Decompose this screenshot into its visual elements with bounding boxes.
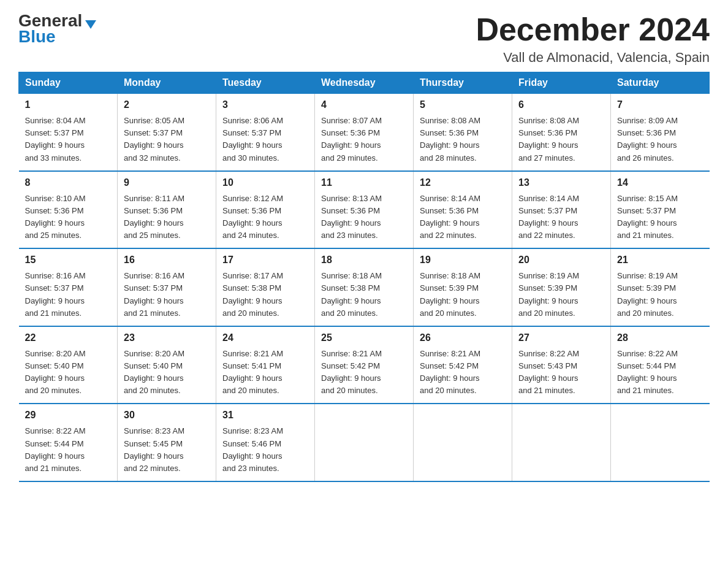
day-number: 4 [321,98,407,112]
day-cell: 17 Sunrise: 8:17 AMSunset: 5:38 PMDaylig… [216,248,315,326]
header-cell-friday: Friday [512,72,611,94]
page-header: General Blue December 2024 Vall de Almon… [18,12,710,66]
day-info: Sunrise: 8:20 AMSunset: 5:40 PMDaylight:… [124,348,210,397]
day-cell: 4 Sunrise: 8:07 AMSunset: 5:36 PMDayligh… [315,94,414,171]
day-cell: 19 Sunrise: 8:18 AMSunset: 5:39 PMDaylig… [414,248,512,326]
day-info: Sunrise: 8:22 AMSunset: 5:44 PMDaylight:… [617,348,703,397]
day-cell: 18 Sunrise: 8:18 AMSunset: 5:38 PMDaylig… [315,248,414,326]
day-cell [611,404,710,481]
day-info: Sunrise: 8:17 AMSunset: 5:38 PMDaylight:… [222,270,308,320]
day-number: 24 [222,331,308,345]
day-info: Sunrise: 8:10 AMSunset: 5:36 PMDaylight:… [25,193,112,242]
day-number: 7 [617,98,703,112]
day-number: 25 [321,331,407,345]
day-info: Sunrise: 8:05 AMSunset: 5:37 PMDaylight:… [124,115,210,164]
day-cell: 31 Sunrise: 8:23 AMSunset: 5:46 PMDaylig… [216,404,315,481]
day-number: 29 [25,408,112,423]
day-cell: 6 Sunrise: 8:08 AMSunset: 5:36 PMDayligh… [512,94,611,171]
day-number: 19 [420,253,506,267]
day-cell [414,404,512,481]
header-cell-thursday: Thursday [414,72,512,94]
day-number: 18 [321,253,407,267]
day-cell: 12 Sunrise: 8:14 AMSunset: 5:36 PMDaylig… [414,171,512,249]
day-cell: 28 Sunrise: 8:22 AMSunset: 5:44 PMDaylig… [611,326,710,404]
logo-blue: Blue [18,28,56,45]
day-cell: 29 Sunrise: 8:22 AMSunset: 5:44 PMDaylig… [19,404,118,481]
day-number: 31 [222,408,308,423]
day-cell: 9 Sunrise: 8:11 AMSunset: 5:36 PMDayligh… [118,171,216,249]
day-number: 17 [222,253,308,267]
day-cell: 1 Sunrise: 8:04 AMSunset: 5:37 PMDayligh… [19,94,118,171]
day-number: 23 [124,331,210,345]
header-row: SundayMondayTuesdayWednesdayThursdayFrid… [19,72,710,94]
day-number: 1 [25,98,112,112]
day-info: Sunrise: 8:21 AMSunset: 5:41 PMDaylight:… [222,348,308,397]
day-info: Sunrise: 8:08 AMSunset: 5:36 PMDaylight:… [420,115,506,164]
main-title: December 2024 [476,12,710,47]
day-cell: 14 Sunrise: 8:15 AMSunset: 5:37 PMDaylig… [611,171,710,249]
header-cell-saturday: Saturday [611,72,710,94]
day-number: 12 [420,175,506,190]
day-cell: 11 Sunrise: 8:13 AMSunset: 5:36 PMDaylig… [315,171,414,249]
day-cell: 3 Sunrise: 8:06 AMSunset: 5:37 PMDayligh… [216,94,315,171]
calendar-table: SundayMondayTuesdayWednesdayThursdayFrid… [18,72,710,482]
day-cell: 15 Sunrise: 8:16 AMSunset: 5:37 PMDaylig… [19,248,118,326]
day-info: Sunrise: 8:09 AMSunset: 5:36 PMDaylight:… [617,115,703,164]
day-number: 13 [518,175,604,190]
day-cell [315,404,414,481]
day-number: 26 [420,331,506,345]
week-row-5: 29 Sunrise: 8:22 AMSunset: 5:44 PMDaylig… [19,404,710,481]
day-info: Sunrise: 8:04 AMSunset: 5:37 PMDaylight:… [25,115,112,164]
day-info: Sunrise: 8:12 AMSunset: 5:36 PMDaylight:… [222,193,308,242]
day-info: Sunrise: 8:19 AMSunset: 5:39 PMDaylight:… [617,270,703,320]
day-number: 30 [124,408,210,423]
day-number: 11 [321,175,407,190]
day-number: 21 [617,253,703,267]
week-row-4: 22 Sunrise: 8:20 AMSunset: 5:40 PMDaylig… [19,326,710,404]
day-cell: 27 Sunrise: 8:22 AMSunset: 5:43 PMDaylig… [512,326,611,404]
day-info: Sunrise: 8:23 AMSunset: 5:45 PMDaylight:… [124,425,210,475]
day-info: Sunrise: 8:06 AMSunset: 5:37 PMDaylight:… [222,115,308,164]
title-section: December 2024 Vall de Almonacid, Valenci… [476,12,710,66]
day-number: 2 [124,98,210,112]
header-cell-monday: Monday [118,72,216,94]
day-cell: 26 Sunrise: 8:21 AMSunset: 5:42 PMDaylig… [414,326,512,404]
calendar-body: 1 Sunrise: 8:04 AMSunset: 5:37 PMDayligh… [19,94,710,481]
day-info: Sunrise: 8:22 AMSunset: 5:44 PMDaylight:… [25,425,112,475]
day-cell: 8 Sunrise: 8:10 AMSunset: 5:36 PMDayligh… [19,171,118,249]
day-number: 27 [518,331,604,345]
day-info: Sunrise: 8:14 AMSunset: 5:36 PMDaylight:… [420,193,506,242]
day-info: Sunrise: 8:15 AMSunset: 5:37 PMDaylight:… [617,193,703,242]
day-cell [512,404,611,481]
day-number: 3 [222,98,308,112]
day-info: Sunrise: 8:13 AMSunset: 5:36 PMDaylight:… [321,193,407,242]
day-number: 14 [617,175,703,190]
day-info: Sunrise: 8:19 AMSunset: 5:39 PMDaylight:… [518,270,604,320]
day-cell: 20 Sunrise: 8:19 AMSunset: 5:39 PMDaylig… [512,248,611,326]
day-number: 10 [222,175,308,190]
day-info: Sunrise: 8:22 AMSunset: 5:43 PMDaylight:… [518,348,604,397]
day-cell: 22 Sunrise: 8:20 AMSunset: 5:40 PMDaylig… [19,326,118,404]
day-number: 20 [518,253,604,267]
day-number: 6 [518,98,604,112]
day-cell: 10 Sunrise: 8:12 AMSunset: 5:36 PMDaylig… [216,171,315,249]
day-info: Sunrise: 8:18 AMSunset: 5:38 PMDaylight:… [321,270,407,320]
day-cell: 16 Sunrise: 8:16 AMSunset: 5:37 PMDaylig… [118,248,216,326]
logo-triangle-icon [85,20,96,29]
day-info: Sunrise: 8:16 AMSunset: 5:37 PMDaylight:… [124,270,210,320]
day-number: 28 [617,331,703,345]
day-cell: 2 Sunrise: 8:05 AMSunset: 5:37 PMDayligh… [118,94,216,171]
day-info: Sunrise: 8:21 AMSunset: 5:42 PMDaylight:… [321,348,407,397]
week-row-1: 1 Sunrise: 8:04 AMSunset: 5:37 PMDayligh… [19,94,710,171]
day-cell: 13 Sunrise: 8:14 AMSunset: 5:37 PMDaylig… [512,171,611,249]
day-info: Sunrise: 8:07 AMSunset: 5:36 PMDaylight:… [321,115,407,164]
header-cell-tuesday: Tuesday [216,72,315,94]
day-number: 9 [124,175,210,190]
subtitle: Vall de Almonacid, Valencia, Spain [476,50,710,66]
day-info: Sunrise: 8:08 AMSunset: 5:36 PMDaylight:… [518,115,604,164]
day-info: Sunrise: 8:21 AMSunset: 5:42 PMDaylight:… [420,348,506,397]
day-info: Sunrise: 8:20 AMSunset: 5:40 PMDaylight:… [25,348,112,397]
day-cell: 25 Sunrise: 8:21 AMSunset: 5:42 PMDaylig… [315,326,414,404]
day-info: Sunrise: 8:16 AMSunset: 5:37 PMDaylight:… [25,270,112,320]
day-number: 16 [124,253,210,267]
